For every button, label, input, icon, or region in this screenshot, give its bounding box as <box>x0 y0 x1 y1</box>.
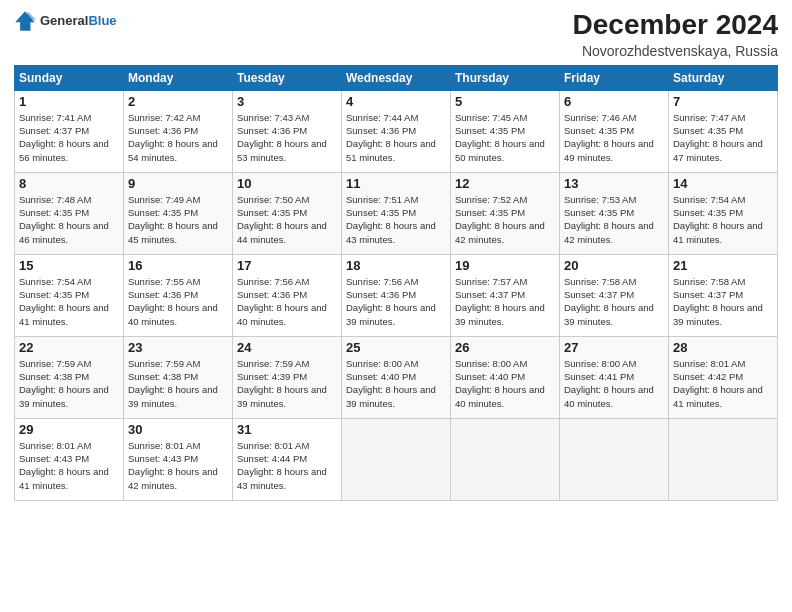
col-monday: Monday <box>124 65 233 90</box>
day-info: Sunrise: 7:42 AM Sunset: 4:36 PM Dayligh… <box>128 111 228 164</box>
week-row-3: 15 Sunrise: 7:54 AM Sunset: 4:35 PM Dayl… <box>15 254 778 336</box>
day-number: 12 <box>455 176 555 191</box>
day-info: Sunrise: 8:01 AM Sunset: 4:43 PM Dayligh… <box>19 439 119 492</box>
header-row: Sunday Monday Tuesday Wednesday Thursday… <box>15 65 778 90</box>
day-info: Sunrise: 7:41 AM Sunset: 4:37 PM Dayligh… <box>19 111 119 164</box>
month-title: December 2024 <box>573 10 778 41</box>
day-number: 21 <box>673 258 773 273</box>
day-number: 29 <box>19 422 119 437</box>
day-number: 17 <box>237 258 337 273</box>
day-number: 10 <box>237 176 337 191</box>
calendar-cell <box>342 418 451 500</box>
day-number: 2 <box>128 94 228 109</box>
calendar-cell: 19 Sunrise: 7:57 AM Sunset: 4:37 PM Dayl… <box>451 254 560 336</box>
day-number: 6 <box>564 94 664 109</box>
calendar-cell: 28 Sunrise: 8:01 AM Sunset: 4:42 PM Dayl… <box>669 336 778 418</box>
calendar-cell: 13 Sunrise: 7:53 AM Sunset: 4:35 PM Dayl… <box>560 172 669 254</box>
week-row-2: 8 Sunrise: 7:48 AM Sunset: 4:35 PM Dayli… <box>15 172 778 254</box>
day-number: 8 <box>19 176 119 191</box>
calendar-cell: 11 Sunrise: 7:51 AM Sunset: 4:35 PM Dayl… <box>342 172 451 254</box>
title-block: December 2024 Novorozhdestvenskaya, Russ… <box>573 10 778 59</box>
calendar-cell <box>451 418 560 500</box>
day-info: Sunrise: 8:00 AM Sunset: 4:40 PM Dayligh… <box>455 357 555 410</box>
day-number: 26 <box>455 340 555 355</box>
day-number: 18 <box>346 258 446 273</box>
calendar-cell: 12 Sunrise: 7:52 AM Sunset: 4:35 PM Dayl… <box>451 172 560 254</box>
day-info: Sunrise: 7:47 AM Sunset: 4:35 PM Dayligh… <box>673 111 773 164</box>
day-info: Sunrise: 8:01 AM Sunset: 4:44 PM Dayligh… <box>237 439 337 492</box>
day-number: 15 <box>19 258 119 273</box>
calendar-cell: 18 Sunrise: 7:56 AM Sunset: 4:36 PM Dayl… <box>342 254 451 336</box>
day-number: 22 <box>19 340 119 355</box>
calendar-cell: 4 Sunrise: 7:44 AM Sunset: 4:36 PM Dayli… <box>342 90 451 172</box>
week-row-1: 1 Sunrise: 7:41 AM Sunset: 4:37 PM Dayli… <box>15 90 778 172</box>
day-number: 19 <box>455 258 555 273</box>
day-info: Sunrise: 7:58 AM Sunset: 4:37 PM Dayligh… <box>673 275 773 328</box>
day-info: Sunrise: 7:55 AM Sunset: 4:36 PM Dayligh… <box>128 275 228 328</box>
week-row-4: 22 Sunrise: 7:59 AM Sunset: 4:38 PM Dayl… <box>15 336 778 418</box>
calendar-cell: 30 Sunrise: 8:01 AM Sunset: 4:43 PM Dayl… <box>124 418 233 500</box>
page: GeneralBlue December 2024 Novorozhdestve… <box>0 0 792 612</box>
day-number: 23 <box>128 340 228 355</box>
calendar-cell: 27 Sunrise: 8:00 AM Sunset: 4:41 PM Dayl… <box>560 336 669 418</box>
day-number: 7 <box>673 94 773 109</box>
day-number: 9 <box>128 176 228 191</box>
day-info: Sunrise: 7:52 AM Sunset: 4:35 PM Dayligh… <box>455 193 555 246</box>
col-tuesday: Tuesday <box>233 65 342 90</box>
day-number: 30 <box>128 422 228 437</box>
col-friday: Friday <box>560 65 669 90</box>
day-number: 3 <box>237 94 337 109</box>
calendar-cell: 22 Sunrise: 7:59 AM Sunset: 4:38 PM Dayl… <box>15 336 124 418</box>
day-number: 1 <box>19 94 119 109</box>
calendar-cell: 8 Sunrise: 7:48 AM Sunset: 4:35 PM Dayli… <box>15 172 124 254</box>
day-info: Sunrise: 7:53 AM Sunset: 4:35 PM Dayligh… <box>564 193 664 246</box>
day-number: 13 <box>564 176 664 191</box>
logo-general: General <box>40 13 88 28</box>
day-number: 28 <box>673 340 773 355</box>
day-number: 24 <box>237 340 337 355</box>
logo: GeneralBlue <box>14 10 117 32</box>
calendar-cell: 15 Sunrise: 7:54 AM Sunset: 4:35 PM Dayl… <box>15 254 124 336</box>
calendar-cell: 2 Sunrise: 7:42 AM Sunset: 4:36 PM Dayli… <box>124 90 233 172</box>
day-info: Sunrise: 7:45 AM Sunset: 4:35 PM Dayligh… <box>455 111 555 164</box>
calendar-cell: 24 Sunrise: 7:59 AM Sunset: 4:39 PM Dayl… <box>233 336 342 418</box>
location: Novorozhdestvenskaya, Russia <box>573 43 778 59</box>
day-info: Sunrise: 7:44 AM Sunset: 4:36 PM Dayligh… <box>346 111 446 164</box>
week-row-5: 29 Sunrise: 8:01 AM Sunset: 4:43 PM Dayl… <box>15 418 778 500</box>
day-info: Sunrise: 7:58 AM Sunset: 4:37 PM Dayligh… <box>564 275 664 328</box>
day-info: Sunrise: 7:56 AM Sunset: 4:36 PM Dayligh… <box>237 275 337 328</box>
calendar-cell: 17 Sunrise: 7:56 AM Sunset: 4:36 PM Dayl… <box>233 254 342 336</box>
day-info: Sunrise: 8:01 AM Sunset: 4:43 PM Dayligh… <box>128 439 228 492</box>
day-info: Sunrise: 7:59 AM Sunset: 4:38 PM Dayligh… <box>19 357 119 410</box>
day-number: 16 <box>128 258 228 273</box>
col-sunday: Sunday <box>15 65 124 90</box>
day-info: Sunrise: 7:50 AM Sunset: 4:35 PM Dayligh… <box>237 193 337 246</box>
calendar-table: Sunday Monday Tuesday Wednesday Thursday… <box>14 65 778 501</box>
day-number: 27 <box>564 340 664 355</box>
calendar-cell: 3 Sunrise: 7:43 AM Sunset: 4:36 PM Dayli… <box>233 90 342 172</box>
calendar-cell: 9 Sunrise: 7:49 AM Sunset: 4:35 PM Dayli… <box>124 172 233 254</box>
col-wednesday: Wednesday <box>342 65 451 90</box>
day-info: Sunrise: 7:49 AM Sunset: 4:35 PM Dayligh… <box>128 193 228 246</box>
header: GeneralBlue December 2024 Novorozhdestve… <box>14 10 778 59</box>
calendar-cell: 31 Sunrise: 8:01 AM Sunset: 4:44 PM Dayl… <box>233 418 342 500</box>
calendar-cell: 14 Sunrise: 7:54 AM Sunset: 4:35 PM Dayl… <box>669 172 778 254</box>
day-info: Sunrise: 7:59 AM Sunset: 4:39 PM Dayligh… <box>237 357 337 410</box>
day-info: Sunrise: 7:54 AM Sunset: 4:35 PM Dayligh… <box>19 275 119 328</box>
calendar-cell: 5 Sunrise: 7:45 AM Sunset: 4:35 PM Dayli… <box>451 90 560 172</box>
calendar-cell: 20 Sunrise: 7:58 AM Sunset: 4:37 PM Dayl… <box>560 254 669 336</box>
day-info: Sunrise: 8:01 AM Sunset: 4:42 PM Dayligh… <box>673 357 773 410</box>
logo-text: GeneralBlue <box>40 14 117 28</box>
day-number: 20 <box>564 258 664 273</box>
calendar-cell: 25 Sunrise: 8:00 AM Sunset: 4:40 PM Dayl… <box>342 336 451 418</box>
calendar-cell: 1 Sunrise: 7:41 AM Sunset: 4:37 PM Dayli… <box>15 90 124 172</box>
calendar-cell: 26 Sunrise: 8:00 AM Sunset: 4:40 PM Dayl… <box>451 336 560 418</box>
calendar-cell: 29 Sunrise: 8:01 AM Sunset: 4:43 PM Dayl… <box>15 418 124 500</box>
calendar-cell <box>560 418 669 500</box>
day-info: Sunrise: 8:00 AM Sunset: 4:41 PM Dayligh… <box>564 357 664 410</box>
day-number: 4 <box>346 94 446 109</box>
svg-marker-0 <box>15 11 35 31</box>
day-info: Sunrise: 7:51 AM Sunset: 4:35 PM Dayligh… <box>346 193 446 246</box>
day-number: 31 <box>237 422 337 437</box>
day-info: Sunrise: 8:00 AM Sunset: 4:40 PM Dayligh… <box>346 357 446 410</box>
